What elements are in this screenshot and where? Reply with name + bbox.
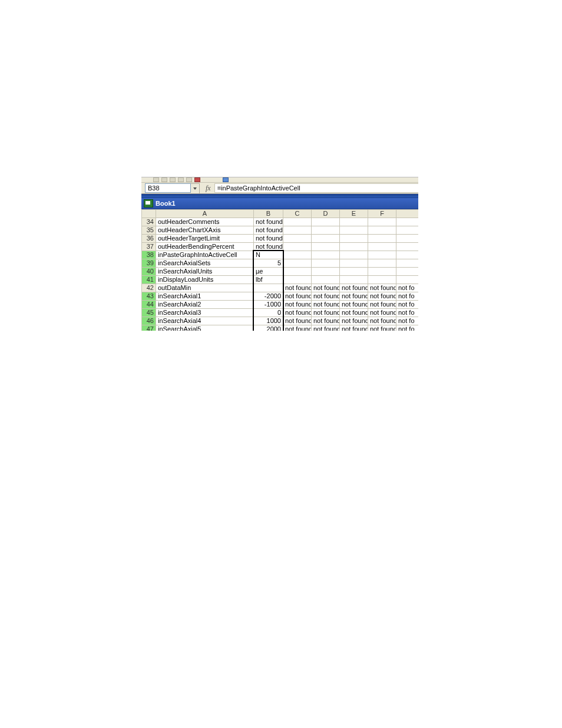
toolbar-button[interactable]	[153, 177, 159, 182]
cell[interactable]	[283, 243, 312, 251]
cell[interactable]: not found	[283, 284, 312, 292]
cell[interactable]	[368, 276, 396, 284]
cell[interactable]	[283, 268, 312, 276]
cell[interactable]: not found	[340, 301, 368, 309]
row-header[interactable]: 39	[142, 259, 156, 268]
column-header-f[interactable]: F	[368, 210, 396, 218]
cell[interactable]: not found	[283, 301, 312, 309]
row-header[interactable]: 46	[142, 317, 156, 325]
cell[interactable]: inPasteGraphIntoActiveCell	[156, 251, 254, 259]
cell[interactable]: not fo	[396, 301, 419, 309]
cell[interactable]: inSearchAxial2	[156, 301, 254, 309]
column-header-d[interactable]: D	[312, 210, 340, 218]
toolbar-button[interactable]	[186, 177, 192, 182]
column-header-b[interactable]: B	[254, 210, 283, 218]
row-header[interactable]: 47	[142, 325, 156, 331]
row-header[interactable]: 35	[142, 226, 156, 235]
cell[interactable]	[396, 235, 419, 243]
cell[interactable]: not found	[283, 309, 312, 317]
toolbar-button[interactable]	[161, 177, 167, 182]
cell[interactable]: not found	[283, 325, 312, 331]
column-header-c[interactable]: C	[283, 210, 312, 218]
cell[interactable]	[283, 259, 312, 268]
worksheet-grid[interactable]: ABCDEF 34outHeaderCommentsnot found35out…	[141, 209, 418, 331]
cell[interactable]: 5	[254, 259, 283, 268]
cell[interactable]: µe	[254, 268, 283, 276]
workbook-titlebar[interactable]: Book1	[141, 197, 418, 209]
cell[interactable]: outDataMin	[156, 284, 254, 292]
cell[interactable]: inSearchAxial1	[156, 292, 254, 301]
row-header[interactable]: 44	[142, 301, 156, 309]
cell[interactable]	[368, 235, 396, 243]
cell[interactable]: inSearchAxialSets	[156, 259, 254, 268]
cell[interactable]	[312, 226, 340, 235]
toolbar-button[interactable]	[170, 177, 176, 182]
cell[interactable]: outHeaderTargetLimit	[156, 235, 254, 243]
cell[interactable]	[340, 243, 368, 251]
cell[interactable]: inSearchAxialUnits	[156, 268, 254, 276]
cell[interactable]: 0	[254, 309, 283, 317]
cell[interactable]: -2000	[254, 292, 283, 301]
cell[interactable]	[396, 226, 419, 235]
row-header[interactable]: 34	[142, 218, 156, 226]
cell[interactable]	[396, 276, 419, 284]
row-header[interactable]: 40	[142, 268, 156, 276]
cell[interactable]	[312, 235, 340, 243]
column-header-partial[interactable]	[396, 210, 419, 218]
toolbar-button[interactable]	[223, 177, 229, 182]
cell[interactable]	[312, 276, 340, 284]
cell[interactable]: not found	[368, 325, 396, 331]
cell[interactable]	[368, 251, 396, 259]
column-header-a[interactable]: A	[156, 210, 254, 218]
cell[interactable]: not found	[254, 226, 283, 235]
cell[interactable]: not found	[254, 218, 283, 226]
formula-input[interactable]: =inPasteGraphIntoActiveCell	[214, 183, 418, 193]
row-header[interactable]: 41	[142, 276, 156, 284]
cell[interactable]: not found	[254, 235, 283, 243]
cell[interactable]: not found	[254, 243, 283, 251]
cell[interactable]: 2000	[254, 325, 283, 331]
cell[interactable]: not fo	[396, 325, 419, 331]
cell[interactable]	[312, 259, 340, 268]
cell[interactable]	[340, 235, 368, 243]
name-box-dropdown[interactable]	[191, 183, 200, 194]
cell[interactable]	[312, 218, 340, 226]
cell[interactable]	[368, 243, 396, 251]
cell[interactable]	[283, 276, 312, 284]
cell[interactable]	[312, 243, 340, 251]
cell[interactable]: not found	[283, 317, 312, 325]
cell[interactable]: not found	[312, 292, 340, 301]
cell[interactable]: lbf	[254, 276, 283, 284]
row-header[interactable]: 42	[142, 284, 156, 292]
cell[interactable]	[396, 243, 419, 251]
cell[interactable]: 1000	[254, 317, 283, 325]
cell[interactable]	[254, 284, 283, 292]
cell[interactable]: not found	[283, 292, 312, 301]
cell[interactable]: -1000	[254, 301, 283, 309]
cell[interactable]	[396, 268, 419, 276]
row-header[interactable]: 36	[142, 235, 156, 243]
cell[interactable]: not found	[312, 325, 340, 331]
cell[interactable]: not found	[340, 325, 368, 331]
cell[interactable]: not found	[368, 284, 396, 292]
cell[interactable]: not found	[368, 292, 396, 301]
toolbar-button[interactable]	[194, 177, 200, 182]
cell[interactable]: not found	[312, 301, 340, 309]
select-all-corner[interactable]	[142, 210, 156, 218]
cell[interactable]	[283, 251, 312, 259]
cell[interactable]	[283, 235, 312, 243]
row-header[interactable]: 37	[142, 243, 156, 251]
cell[interactable]: not fo	[396, 292, 419, 301]
row-header[interactable]: 45	[142, 309, 156, 317]
cell[interactable]	[340, 226, 368, 235]
cell[interactable]: outHeaderChartXAxis	[156, 226, 254, 235]
cell[interactable]	[368, 218, 396, 226]
cell[interactable]	[396, 218, 419, 226]
cell[interactable]	[340, 268, 368, 276]
cell[interactable]	[368, 226, 396, 235]
cell[interactable]: N	[254, 251, 283, 259]
cell[interactable]: not found	[368, 309, 396, 317]
cell[interactable]: inSearchAxial5	[156, 325, 254, 331]
cell[interactable]: not found	[340, 292, 368, 301]
cell[interactable]: not found	[312, 309, 340, 317]
